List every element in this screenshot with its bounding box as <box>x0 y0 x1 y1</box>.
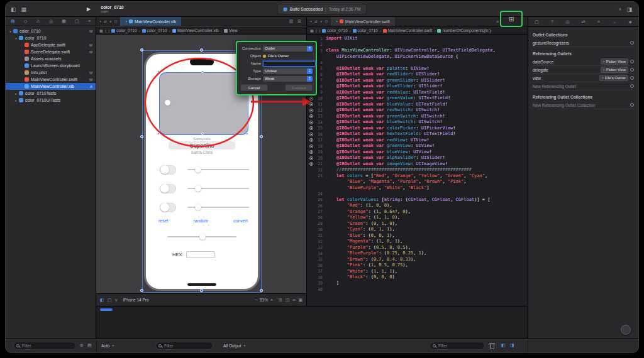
zoom-level[interactable]: 83% <box>260 298 268 302</box>
source-control-icon[interactable]: ◇ <box>24 19 27 24</box>
outlet-row[interactable]: dataSource×Picker View <box>533 58 634 66</box>
hex-text-field[interactable] <box>186 251 215 258</box>
outlet-row[interactable]: gestureRecognizers <box>533 39 634 47</box>
selection-handle[interactable] <box>260 289 263 292</box>
variables-filter-input[interactable] <box>156 344 213 348</box>
outlet-target[interactable]: ×Picker View <box>601 58 628 65</box>
close-tab-icon[interactable]: × <box>125 19 127 23</box>
connection-well[interactable] <box>307 133 315 136</box>
forward-icon[interactable]: ⟩ <box>108 28 109 33</box>
disclosure-icon[interactable]: ▾ <box>14 36 18 40</box>
file-row[interactable]: ▾color_0710 <box>6 35 96 41</box>
forward-icon[interactable]: ⟩ <box>319 28 320 33</box>
selection-handle[interactable] <box>140 48 143 52</box>
connection-well[interactable] <box>630 84 634 88</box>
related-items-icon[interactable]: ▦ <box>99 28 103 33</box>
project-navigator-icon[interactable]: ▤ <box>11 19 15 24</box>
identity-inspector-icon[interactable]: ◎ <box>565 19 569 24</box>
breadcrumb-item[interactable]: color_0710 <box>142 28 167 33</box>
file-row[interactable]: ▸color_0710UITests <box>6 97 96 104</box>
picker-row[interactable]: Sunnyvale <box>157 137 247 141</box>
file-row[interactable]: Assets.xcassets <box>6 55 96 62</box>
sidebar-toggle-icon[interactable]: ◧ <box>11 6 16 13</box>
close-editor-icon[interactable]: × <box>310 19 312 23</box>
navigator-filter-input[interactable] <box>14 344 75 348</box>
selection-handle[interactable] <box>140 289 143 292</box>
file-inspector-icon[interactable]: ▢ <box>535 19 539 24</box>
storage-dropdown[interactable]: Weak ▴▾ <box>263 76 313 82</box>
issue-navigator-icon[interactable]: ⚠ <box>36 19 40 24</box>
clear-console-icon[interactable] <box>490 344 494 349</box>
zoom-in-icon[interactable]: + <box>270 298 273 302</box>
random-button[interactable]: random <box>193 219 208 223</box>
outlet-row[interactable]: delegate×Picker View <box>533 66 634 74</box>
file-row[interactable]: Info.plistM <box>6 69 96 76</box>
alpha-slider[interactable] <box>167 236 236 237</box>
file-row[interactable]: AppDelegate.swiftM <box>6 41 96 48</box>
breadcrumb-item[interactable]: color_0710 <box>353 28 378 33</box>
reset-button[interactable]: reset <box>158 219 169 223</box>
device-name[interactable]: iPhone 14 Pro <box>123 298 148 302</box>
breadcrumb-item[interactable]: MainViewController.xib <box>172 28 219 33</box>
resize-dot[interactable] <box>201 133 204 135</box>
report-navigator-icon[interactable]: ≡ <box>88 19 91 23</box>
outlet-row[interactable]: New Referencing Outlet <box>533 82 634 90</box>
remove-connection-icon[interactable]: × <box>603 60 605 63</box>
convert-button[interactable]: convert <box>233 219 248 223</box>
picker-row-selected[interactable]: Cupertino <box>169 141 235 149</box>
picker-row[interactable]: Santa Clara <box>157 150 247 155</box>
green-switch[interactable] <box>160 184 176 193</box>
file-row[interactable]: SceneDelegate.swiftM <box>6 48 96 55</box>
back-icon[interactable]: ⟨ <box>105 28 106 33</box>
connect-button[interactable]: Connect <box>285 84 313 91</box>
editor-menu-icon[interactable]: ∨ <box>109 19 112 23</box>
connection-well[interactable] <box>307 114 315 118</box>
breadcrumb-item[interactable]: MainViewController.swift <box>383 28 433 33</box>
variables-pane-toggle-icon[interactable]: ◧ <box>501 343 506 348</box>
remove-connection-icon[interactable]: × <box>603 68 605 72</box>
back-icon[interactable]: ⟨ <box>316 28 317 33</box>
slider-knob[interactable] <box>165 100 170 106</box>
breakpoint-navigator-icon[interactable]: ▢ <box>75 19 79 24</box>
variables-filter[interactable] <box>155 342 213 350</box>
breadcrumb-item[interactable]: View <box>224 28 238 33</box>
console-pane-toggle-icon[interactable]: ◨ <box>510 343 514 348</box>
connection-well[interactable] <box>307 97 315 100</box>
blue-switch[interactable] <box>160 203 176 212</box>
connections-inspector-icon[interactable]: → <box>612 19 616 24</box>
size-inspector-icon[interactable]: ≡ <box>597 19 600 24</box>
disclosure-icon[interactable]: ▸ <box>14 99 18 102</box>
connection-well[interactable] <box>307 121 315 124</box>
green-slider[interactable] <box>187 188 249 189</box>
code-review-icon[interactable]: ⟨⟩ <box>114 19 117 23</box>
add-editor-icon[interactable]: ⊞ <box>508 15 514 23</box>
breadcrumb-item[interactable]: color_0710 <box>322 28 347 33</box>
attributes-inspector-icon[interactable]: ⇄ <box>582 19 586 24</box>
connection-well[interactable] <box>307 144 315 148</box>
disclosure-icon[interactable]: ▸ <box>14 92 18 95</box>
file-row[interactable]: LaunchScreen.storyboard <box>6 62 96 69</box>
swap-editor-icon[interactable]: ⇄ <box>314 19 318 23</box>
scheme-selector[interactable]: color_0710 main <box>101 5 124 14</box>
red-switch[interactable] <box>160 165 176 175</box>
breadcrumb-item[interactable]: color_0710 <box>111 28 136 33</box>
close-tab-icon[interactable]: × <box>336 19 338 23</box>
blue-slider[interactable] <box>187 207 249 208</box>
connection-well[interactable] <box>307 138 315 142</box>
tab-mainviewcontroller-swift[interactable]: × MainViewController.swift <box>331 17 395 26</box>
red-slider[interactable] <box>187 169 249 170</box>
outlet-target[interactable]: ×Picker View <box>601 67 628 73</box>
slider-thumb[interactable] <box>195 185 201 192</box>
resolve-autolayout-icon[interactable]: ▣ <box>298 298 303 303</box>
cancel-button[interactable]: Cancel <box>240 84 268 91</box>
run-button[interactable]: ▶ <box>87 6 91 12</box>
inspector-toggle-icon[interactable]: ◨ <box>626 6 632 13</box>
connection-well[interactable] <box>307 102 315 106</box>
zoom-out-icon[interactable]: − <box>255 298 257 302</box>
tab-mainviewcontroller-xib[interactable]: × MainViewController.xib <box>120 17 181 26</box>
console-filter-input[interactable] <box>430 344 484 348</box>
editor-menu-icon[interactable]: ∨ <box>320 19 323 23</box>
add-editor-icon[interactable]: ⊞ <box>297 19 301 24</box>
device-variant-icon[interactable]: ∨ <box>114 298 118 303</box>
related-items-icon[interactable]: ▦ <box>310 28 314 33</box>
